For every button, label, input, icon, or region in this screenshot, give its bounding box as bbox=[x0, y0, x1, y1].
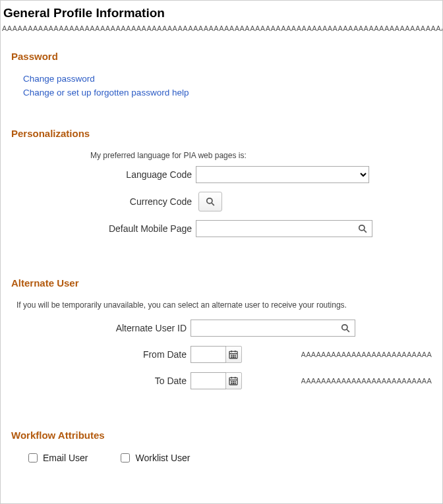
from-date-label: From Date bbox=[11, 349, 191, 360]
personalizations-section: Personalizations My preferred language f… bbox=[1, 101, 442, 238]
svg-point-12 bbox=[235, 355, 235, 356]
email-user-label: Email User bbox=[43, 453, 88, 463]
alternate-user-help-text: If you will be temporarily unavailable, … bbox=[11, 300, 432, 310]
currency-code-label: Currency Code bbox=[11, 196, 196, 207]
to-date-example-text: AAAAAAAAAAAAAAAAAAAAAAAAAAAAAA bbox=[301, 377, 432, 385]
default-mobile-page-input[interactable] bbox=[196, 220, 372, 237]
search-icon[interactable] bbox=[341, 323, 350, 333]
from-date-picker-button[interactable] bbox=[225, 346, 242, 363]
svg-point-11 bbox=[233, 355, 234, 356]
svg-point-10 bbox=[231, 355, 232, 356]
svg-point-13 bbox=[231, 356, 232, 357]
search-icon bbox=[206, 197, 215, 206]
svg-point-21 bbox=[233, 381, 234, 382]
svg-line-1 bbox=[212, 203, 214, 206]
to-date-picker-button[interactable] bbox=[225, 372, 242, 389]
workflow-heading: Workflow Attributes bbox=[11, 430, 432, 441]
svg-point-20 bbox=[231, 381, 232, 382]
alternate-user-id-input[interactable] bbox=[191, 320, 355, 337]
svg-point-25 bbox=[235, 383, 235, 383]
svg-point-23 bbox=[231, 383, 232, 383]
password-section: Password Change password Change or set u… bbox=[1, 35, 442, 98]
search-icon[interactable] bbox=[358, 224, 367, 233]
language-code-select[interactable] bbox=[196, 166, 369, 183]
default-mobile-page-label: Default Mobile Page bbox=[11, 223, 196, 234]
language-help-text: My preferred language for PIA web pages … bbox=[11, 151, 432, 160]
forgotten-password-link[interactable]: Change or set up forgotten password help bbox=[23, 88, 432, 98]
svg-point-0 bbox=[207, 198, 212, 204]
svg-point-15 bbox=[235, 356, 235, 357]
svg-point-14 bbox=[233, 356, 234, 357]
worklist-user-checkbox[interactable] bbox=[121, 453, 130, 462]
alternate-user-section: Alternate User If you will be temporaril… bbox=[1, 246, 442, 390]
page-title: General Profile Information bbox=[1, 1, 442, 24]
to-date-input[interactable] bbox=[191, 372, 226, 389]
workflow-section: Workflow Attributes Email User Worklist … bbox=[1, 398, 442, 463]
from-date-example-text: AAAAAAAAAAAAAAAAAAAAAAAAAAAAAA bbox=[301, 350, 432, 358]
svg-point-22 bbox=[235, 381, 235, 382]
password-heading: Password bbox=[11, 51, 432, 62]
from-date-input[interactable] bbox=[191, 346, 226, 363]
svg-point-2 bbox=[359, 225, 365, 231]
worklist-user-label: Worklist User bbox=[135, 453, 190, 463]
title-divider: AAAAAAAAAAAAAAAAAAAAAAAAAAAAAAAAAAAAAAAA… bbox=[1, 24, 442, 35]
calendar-icon bbox=[228, 349, 239, 360]
email-user-checkbox[interactable] bbox=[28, 453, 38, 462]
personalizations-heading: Personalizations bbox=[11, 128, 432, 139]
email-user-checkbox-item[interactable]: Email User bbox=[28, 453, 88, 463]
language-code-label: Language Code bbox=[11, 169, 196, 180]
calendar-icon bbox=[228, 376, 239, 386]
worklist-user-checkbox-item[interactable]: Worklist User bbox=[121, 453, 190, 463]
svg-line-5 bbox=[347, 329, 349, 332]
svg-point-4 bbox=[342, 325, 347, 330]
alternate-user-id-label: Alternate User ID bbox=[11, 323, 191, 333]
svg-point-24 bbox=[233, 383, 234, 383]
currency-code-lookup-button[interactable] bbox=[198, 192, 222, 211]
to-date-label: To Date bbox=[11, 376, 191, 386]
svg-line-3 bbox=[364, 230, 367, 233]
change-password-link[interactable]: Change password bbox=[23, 74, 432, 84]
alternate-user-heading: Alternate User bbox=[11, 277, 432, 289]
